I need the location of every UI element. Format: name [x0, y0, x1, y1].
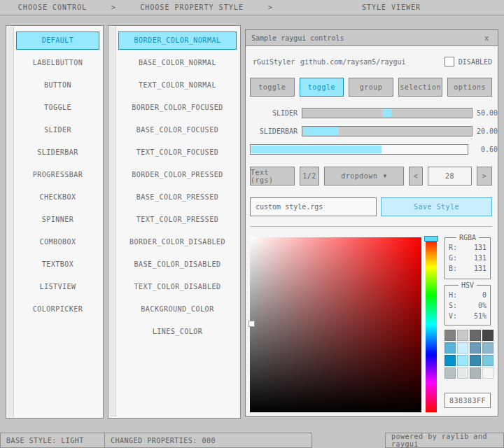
palette-swatch[interactable]: [470, 342, 481, 354]
dropdown-label: dropdown: [341, 172, 377, 180]
list-item-slider[interactable]: SLIDER: [16, 121, 99, 139]
kv-value: 131: [474, 254, 486, 265]
spinner-decrement-button[interactable]: <: [409, 167, 423, 186]
hue-bar[interactable]: [426, 237, 437, 412]
list-item-textbox[interactable]: TEXTBOX: [16, 255, 99, 274]
kv-key: H:: [449, 291, 457, 302]
list-item-base_color_focused[interactable]: BASE_COLOR_FOCUSED: [118, 121, 237, 139]
list-item-border_color_pressed[interactable]: BORDER_COLOR_PRESSED: [118, 166, 237, 184]
toggle-button-row: toggletogglegroupselectionoptions: [250, 78, 492, 97]
palette-swatch[interactable]: [470, 368, 481, 379]
kv-value: 0%: [478, 302, 486, 312]
palette-swatch[interactable]: [482, 342, 493, 354]
rgba-values: R:131G:131B:131: [445, 238, 490, 276]
slider-track[interactable]: [302, 108, 472, 118]
hsv-groupbox: HSV H:0S:0%V:51%: [444, 285, 491, 326]
list-item-base_color_normal[interactable]: BASE_COLOR_NORMAL: [118, 54, 237, 72]
progress-bar-fill: [251, 146, 382, 153]
list-item-toggle[interactable]: TOGGLE: [16, 99, 99, 117]
list-item-lines_color[interactable]: LINES_COLOR: [118, 323, 237, 341]
controls-list-scrollbar[interactable]: [7, 27, 14, 417]
palette-swatch[interactable]: [470, 355, 481, 366]
toggle-button-toggle[interactable]: toggle: [300, 78, 344, 97]
half-button[interactable]: 1/2: [300, 167, 319, 186]
palette-swatch[interactable]: [457, 355, 468, 366]
spinner-value-box[interactable]: 28: [428, 167, 472, 186]
toggle-button-options[interactable]: options: [447, 78, 492, 97]
palette-swatch[interactable]: [470, 330, 481, 341]
list-item-background_color[interactable]: BACKGROUND_COLOR: [118, 300, 237, 318]
kv-row: G:131: [449, 254, 486, 265]
palette-swatch[interactable]: [457, 368, 468, 379]
kv-value: 131: [474, 265, 486, 275]
kv-value: 0: [482, 291, 486, 302]
text-rgs-button[interactable]: Text (rgs): [250, 167, 295, 186]
controls-list-panel: DEFAULTLABELBUTTONBUTTONTOGGLESLIDERSLID…: [6, 25, 104, 419]
viewer-title-bar: Sample raygui controls x: [246, 30, 498, 46]
list-item-base_color_disabled[interactable]: BASE_COLOR_DISABLED: [118, 255, 237, 274]
list-item-listview[interactable]: LISTVIEW: [16, 278, 99, 296]
list-item-text_color_pressed[interactable]: TEXT_COLOR_PRESSED: [118, 211, 237, 229]
style-color-palette: [444, 330, 493, 379]
palette-swatch[interactable]: [482, 355, 493, 366]
color-marker[interactable]: [249, 321, 254, 326]
hue-handle[interactable]: [424, 236, 438, 241]
base-style-label: BASE STYLE: LIGHT: [6, 437, 84, 444]
rgba-groupbox: RGBA R:131G:131B:131: [444, 237, 491, 279]
color-gradient-panel[interactable]: [250, 237, 421, 412]
palette-swatch[interactable]: [457, 342, 468, 354]
kv-row: B:131: [449, 265, 486, 275]
list-item-combobox[interactable]: COMBOBOX: [16, 233, 99, 251]
list-item-border_color_focused[interactable]: BORDER_COLOR_FOCUSED: [118, 99, 237, 117]
list-item-border_color_normal[interactable]: BORDER_COLOR_NORMAL: [118, 31, 237, 50]
list-item-text_color_focused[interactable]: TEXT_COLOR_FOCUSED: [118, 144, 237, 162]
slider-label: SLIDER: [250, 109, 298, 117]
close-icon[interactable]: x: [481, 34, 492, 42]
list-item-progressbar[interactable]: PROGRESSBAR: [16, 166, 99, 184]
toggle-button-selection[interactable]: selection: [398, 78, 443, 97]
list-item-colorpicker[interactable]: COLORPICKER: [16, 300, 99, 318]
status-base-style: BASE STYLE: LIGHT: [0, 433, 105, 448]
disabled-checkbox-group: DISABLED: [444, 57, 492, 66]
spinner-increment-button[interactable]: >: [477, 167, 492, 186]
kv-key: R:: [449, 244, 457, 254]
toggle-button-toggle[interactable]: toggle: [250, 78, 295, 97]
list-item-border_color_disabled[interactable]: BORDER_COLOR_DISABLED: [118, 233, 237, 251]
kv-key: G:: [449, 254, 457, 265]
list-item-spinner[interactable]: SPINNER: [16, 211, 99, 229]
sliderbar-fill: [303, 127, 339, 135]
list-item-base_color_pressed[interactable]: BASE_COLOR_PRESSED: [118, 188, 237, 206]
palette-swatch[interactable]: [457, 330, 468, 341]
github-link[interactable]: github.com/raysan5/raygui: [300, 58, 406, 66]
list-item-sliderbar[interactable]: SLIDERBAR: [16, 144, 99, 162]
palette-swatch[interactable]: [482, 330, 493, 341]
dropdown-box[interactable]: dropdown ▼: [324, 167, 404, 186]
slider-handle[interactable]: [383, 109, 391, 117]
hex-value-box[interactable]: 838383FF: [444, 393, 491, 408]
list-item-labelbutton[interactable]: LABELBUTTON: [16, 54, 99, 72]
palette-swatch[interactable]: [444, 355, 456, 366]
palette-swatch[interactable]: [444, 342, 456, 354]
list-item-text_color_disabled[interactable]: TEXT_COLOR_DISABLED: [118, 278, 237, 296]
palette-swatch[interactable]: [482, 368, 493, 379]
arrow-icon: >: [105, 4, 122, 11]
list-item-checkbox[interactable]: CHECKBOX: [16, 188, 99, 206]
style-filename-input[interactable]: [250, 197, 377, 216]
hsv-title: HSV: [458, 281, 477, 289]
list-item-text_color_normal[interactable]: TEXT_COLOR_NORMAL: [118, 76, 237, 94]
viewer-title: Sample raygui controls: [251, 34, 344, 42]
list-item-default[interactable]: DEFAULT: [16, 31, 99, 50]
disabled-checkbox[interactable]: [444, 57, 454, 66]
sliderbar-track[interactable]: [302, 126, 472, 136]
progress-value: 0.60: [472, 146, 498, 153]
divider-line: [250, 226, 492, 227]
save-style-button[interactable]: Save Style: [381, 197, 492, 216]
properties-list-scrollbar[interactable]: [109, 27, 116, 417]
sliderbar-label: SLIDERBAR: [250, 127, 298, 135]
palette-swatch[interactable]: [444, 368, 456, 379]
palette-swatch[interactable]: [444, 330, 456, 341]
step-choose-property-style: CHOOSE PROPERTY STYLE: [122, 4, 262, 11]
list-item-button[interactable]: BUTTON: [16, 76, 99, 94]
toggle-button-group[interactable]: group: [349, 78, 393, 97]
status-changed-properties: CHANGED PROPERTIES: 000: [104, 433, 312, 448]
